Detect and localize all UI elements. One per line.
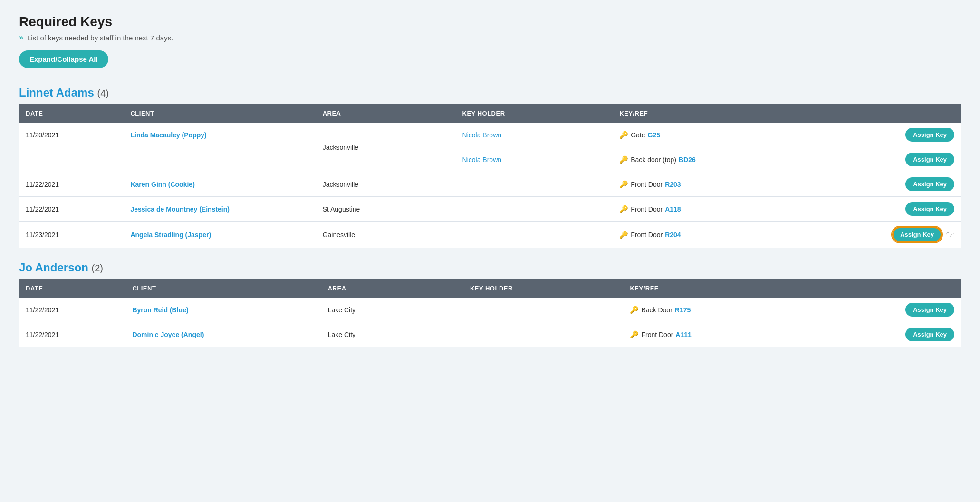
- keyholder-link[interactable]: Nicola Brown: [462, 156, 501, 164]
- keys-table-jo-anderson: DATECLIENTAREAKEY HOLDERKEY/REF11/22/202…: [19, 279, 961, 347]
- area-cell: Jacksonville: [316, 172, 456, 197]
- area-cell: Lake City: [321, 322, 463, 347]
- client-link[interactable]: Karen Ginn (Cookie): [130, 181, 194, 188]
- col-header-4: KEY/REF: [623, 279, 836, 298]
- client-link[interactable]: Jessica de Mountney (Einstein): [130, 205, 230, 213]
- cursor-icon: ☞: [946, 229, 954, 241]
- col-header-0: DATE: [19, 104, 124, 123]
- action-cell: Assign Key: [822, 123, 961, 147]
- col-header-2: AREA: [316, 104, 456, 123]
- col-header-4: KEY/REF: [613, 104, 822, 123]
- keyholder-link[interactable]: Nicola Brown: [462, 131, 501, 139]
- keyref-cell: 🔑Front Door R204: [613, 222, 822, 248]
- assign-key-button[interactable]: Assign Key: [905, 303, 954, 317]
- keyref-cell: 🔑Front Door R203: [613, 172, 822, 197]
- action-cell: Assign Key: [836, 322, 961, 347]
- date-cell: 11/20/2021: [19, 123, 124, 147]
- table-row: 11/22/2021Byron Reid (Blue)Lake City🔑Bac…: [19, 298, 961, 322]
- date-cell: 11/23/2021: [19, 222, 124, 248]
- key-icon: 🔑: [619, 155, 628, 164]
- col-header-5: [836, 279, 961, 298]
- staff-name-link[interactable]: Linnet Adams: [19, 86, 94, 99]
- expand-collapse-button[interactable]: Expand/Collapse All: [19, 50, 108, 68]
- key-name: Front Door: [631, 231, 663, 239]
- section-title-jo-anderson: Jo Anderson (2): [19, 261, 961, 274]
- client-link[interactable]: Byron Reid (Blue): [132, 306, 188, 314]
- key-name: Back door (top): [631, 156, 676, 164]
- key-icon: 🔑: [630, 306, 639, 314]
- area-cell: Lake City: [321, 298, 463, 322]
- table-row: 11/20/2021Linda Macauley (Poppy)Jacksonv…: [19, 123, 961, 147]
- key-name: Back Door: [641, 306, 672, 314]
- key-icon: 🔑: [619, 231, 628, 239]
- area-cell: Gainesville: [316, 222, 456, 248]
- keyref-cell: 🔑Front Door A111: [623, 322, 836, 347]
- table-row: 11/22/2021Dominic Joyce (Angel)Lake City…: [19, 322, 961, 347]
- action-cell: Assign Key☞: [822, 222, 961, 248]
- key-code: A111: [675, 331, 691, 338]
- col-header-3: KEY HOLDER: [463, 279, 624, 298]
- col-header-2: AREA: [321, 279, 463, 298]
- assign-key-button-highlighted[interactable]: Assign Key: [892, 227, 942, 242]
- col-header-1: CLIENT: [125, 279, 321, 298]
- key-icon: 🔑: [619, 131, 628, 139]
- key-icon: 🔑: [630, 330, 639, 339]
- col-header-5: [822, 104, 961, 123]
- area-cell: St Augustine: [316, 197, 456, 222]
- col-header-3: KEY HOLDER: [456, 104, 613, 123]
- page-title: Required Keys: [19, 14, 961, 29]
- action-cell: Assign Key: [836, 298, 961, 322]
- action-cell: Assign Key: [822, 147, 961, 172]
- client-link[interactable]: Angela Stradling (Jasper): [130, 231, 211, 239]
- staff-name-link[interactable]: Jo Anderson: [19, 261, 88, 274]
- keyref-cell: 🔑Back Door R175: [623, 298, 836, 322]
- table-row: 11/22/2021Karen Ginn (Cookie)Jacksonvill…: [19, 172, 961, 197]
- key-name: Front Door: [641, 331, 673, 338]
- assign-key-button[interactable]: Assign Key: [905, 128, 954, 142]
- assign-key-button[interactable]: Assign Key: [905, 177, 954, 191]
- assign-key-button[interactable]: Assign Key: [905, 202, 954, 216]
- table-row: 11/22/2021Jessica de Mountney (Einstein)…: [19, 197, 961, 222]
- client-link[interactable]: Dominic Joyce (Angel): [132, 331, 204, 338]
- key-code: G25: [648, 131, 660, 139]
- keys-table-linnet-adams: DATECLIENTAREAKEY HOLDERKEY/REF11/20/202…: [19, 104, 961, 248]
- area-cell: Jacksonville: [316, 123, 456, 172]
- key-code: R175: [675, 306, 691, 314]
- table-sub-row: Nicola Brown🔑Back door (top) BD26Assign …: [19, 147, 961, 172]
- col-header-1: CLIENT: [124, 104, 316, 123]
- key-icon: 🔑: [619, 180, 628, 189]
- key-name: Gate: [631, 131, 645, 139]
- table-row: 11/23/2021Angela Stradling (Jasper)Gaine…: [19, 222, 961, 248]
- col-header-0: DATE: [19, 279, 125, 298]
- keyref-cell: 🔑Front Door A118: [613, 197, 822, 222]
- chevron-icon: »: [19, 33, 23, 42]
- date-cell: 11/22/2021: [19, 197, 124, 222]
- key-name: Front Door: [631, 205, 663, 213]
- key-code: A118: [665, 205, 681, 213]
- date-cell: 11/22/2021: [19, 298, 125, 322]
- subtitle-text: List of keys needed by staff in the next…: [27, 34, 173, 42]
- keyref-cell: 🔑Gate G25: [613, 123, 822, 147]
- key-code: R203: [665, 181, 681, 188]
- page-subtitle: » List of keys needed by staff in the ne…: [19, 33, 961, 42]
- action-cell: Assign Key: [822, 172, 961, 197]
- action-cell: Assign Key: [822, 197, 961, 222]
- keyref-cell: 🔑Back door (top) BD26: [613, 147, 822, 172]
- key-code: BD26: [679, 156, 696, 164]
- date-cell: 11/22/2021: [19, 322, 125, 347]
- key-code: R204: [665, 231, 681, 239]
- date-cell: 11/22/2021: [19, 172, 124, 197]
- key-name: Front Door: [631, 181, 663, 188]
- client-link[interactable]: Linda Macauley (Poppy): [130, 131, 206, 139]
- assign-key-button[interactable]: Assign Key: [905, 328, 954, 341]
- section-title-linnet-adams: Linnet Adams (4): [19, 86, 961, 99]
- assign-key-button[interactable]: Assign Key: [905, 153, 954, 166]
- key-icon: 🔑: [619, 205, 628, 213]
